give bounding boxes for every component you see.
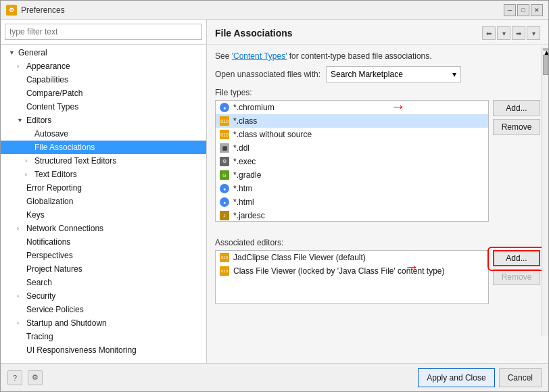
- help-button[interactable]: ?: [7, 370, 22, 385]
- minimize-button[interactable]: ─: [504, 4, 516, 16]
- cancel-button[interactable]: Cancel: [499, 368, 542, 387]
- main-scrollbar[interactable]: ▲: [542, 47, 548, 336]
- sidebar-label: Startup and Shutdown: [26, 318, 107, 328]
- scroll-up-btn[interactable]: ▲: [543, 48, 548, 51]
- open-with-dropdown[interactable]: Search Marketplace ▾: [326, 66, 461, 82]
- sidebar-item-error-reporting[interactable]: Error Reporting: [1, 181, 206, 195]
- expand-icon: ›: [17, 225, 24, 232]
- nav-dropdown2-button[interactable]: ▾: [527, 26, 540, 40]
- sidebar-item-content-types[interactable]: Content Types: [1, 100, 206, 114]
- dropdown-arrow-icon: ▾: [452, 70, 456, 79]
- panel-content: See 'Content Types' for content-type bas…: [207, 45, 548, 363]
- sidebar-label: Tracing: [26, 332, 53, 341]
- open-with-row: Open unassociated files with: Search Mar…: [215, 66, 540, 82]
- scroll-thumb[interactable]: [543, 55, 548, 75]
- window-icon: ⚙: [6, 5, 17, 16]
- assoc-editor-name: JadClipse Class File Viewer (default): [233, 253, 366, 262]
- list-item[interactable]: 010 Class File Viewer (locked by 'Java C…: [216, 264, 488, 278]
- sidebar-label: Error Reporting: [26, 183, 82, 193]
- sidebar-item-capabilities[interactable]: Capabilities: [1, 73, 206, 87]
- expand-icon: ›: [17, 320, 24, 326]
- filter-input[interactable]: [5, 24, 202, 40]
- window-title: Preferences: [21, 5, 500, 15]
- assoc-label: Associated editors:: [215, 238, 540, 247]
- assoc-list-container: 010 JadClipse Class File Viewer (default…: [215, 250, 540, 304]
- list-item[interactable]: ● *.chromium: [216, 101, 488, 114]
- sidebar-label: Structured Text Editors: [34, 156, 116, 166]
- sidebar-item-keys[interactable]: Keys: [1, 208, 206, 222]
- sidebar-label: Security: [26, 291, 55, 301]
- sidebar-item-autosave[interactable]: Autosave: [1, 127, 206, 141]
- sidebar-item-startup-shutdown[interactable]: › Startup and Shutdown: [1, 316, 206, 330]
- sidebar-item-project-natures[interactable]: Project Natures: [1, 262, 206, 276]
- sidebar-label: Perspectives: [26, 251, 73, 260]
- sidebar-item-notifications[interactable]: Notifications: [1, 235, 206, 249]
- assoc-editor-name: Class File Viewer (locked by 'Java Class…: [233, 266, 444, 276]
- sidebar-label: Autosave: [34, 129, 68, 139]
- sidebar-item-compare-patch[interactable]: Compare/Patch: [1, 87, 206, 100]
- sidebar-item-globalization[interactable]: Globalization: [1, 195, 206, 208]
- sidebar-item-file-associations[interactable]: File Associations: [1, 141, 206, 154]
- sidebar-label: Text Editors: [34, 170, 77, 179]
- sidebar-item-search[interactable]: Search: [1, 276, 206, 289]
- sidebar-label: Project Natures: [26, 264, 82, 274]
- sidebar-item-network-connections[interactable]: › Network Connections: [1, 222, 206, 235]
- info-text-after: for content-type based file associations…: [287, 51, 431, 61]
- panel-title: File Associations: [215, 28, 293, 39]
- assoc-section: Associated editors: 010 JadClipse Class …: [215, 238, 540, 304]
- tree-area: ▼ General › Appearance Capabilities Comp…: [1, 45, 206, 363]
- sidebar-label: Keys: [26, 210, 45, 220]
- sidebar-label: UI Responsiveness Monitoring: [26, 345, 137, 355]
- bottom-bar: ? ⚙ Apply and Close Cancel: [1, 363, 548, 391]
- open-with-label: Open unassociated files with:: [215, 70, 320, 79]
- forward-button[interactable]: ➡: [512, 26, 525, 40]
- sidebar-label: Search: [26, 278, 52, 287]
- info-text-before: See: [215, 51, 232, 61]
- settings-button[interactable]: ⚙: [28, 370, 43, 385]
- sidebar-label: Content Types: [26, 102, 78, 112]
- nav-dropdown-button[interactable]: ▾: [497, 26, 510, 40]
- panel-header: File Associations ⬅ ▾ ➡ ▾: [207, 20, 548, 45]
- sidebar: ▼ General › Appearance Capabilities Comp…: [1, 20, 207, 363]
- expand-icon: ›: [17, 293, 24, 299]
- file-types-label: File types:: [215, 88, 540, 97]
- expand-icon: ▼: [17, 117, 24, 124]
- assoc-buttons: Add... Remove: [493, 250, 540, 304]
- dropdown-value: Search Marketplace: [331, 70, 403, 79]
- file-type-name: *.chromium: [233, 103, 274, 112]
- sidebar-item-security[interactable]: › Security: [1, 289, 206, 303]
- maximize-button[interactable]: □: [517, 4, 529, 16]
- sidebar-label: Notifications: [26, 237, 70, 247]
- sidebar-item-tracing[interactable]: Tracing: [1, 330, 206, 343]
- list-item[interactable]: 010 JadClipse Class File Viewer (default…: [216, 251, 488, 264]
- sidebar-item-ui-responsiveness[interactable]: UI Responsiveness Monitoring: [1, 343, 206, 357]
- sidebar-item-editors[interactable]: ▼ Editors: [1, 114, 206, 127]
- sidebar-item-structured-text[interactable]: › Structured Text Editors: [1, 154, 206, 168]
- sidebar-item-appearance[interactable]: › Appearance: [1, 59, 206, 73]
- title-bar: ⚙ Preferences ─ □ ✕: [1, 1, 548, 20]
- info-row: See 'Content Types' for content-type bas…: [215, 51, 540, 61]
- spacer: [215, 121, 540, 232]
- sidebar-item-perspectives[interactable]: Perspectives: [1, 249, 206, 262]
- sidebar-item-text-editors[interactable]: › Text Editors: [1, 168, 206, 181]
- sidebar-label: Service Policies: [26, 305, 84, 314]
- back-button[interactable]: ⬅: [482, 26, 496, 40]
- sidebar-label: Editors: [26, 116, 51, 125]
- sidebar-label: Globalization: [26, 197, 73, 206]
- file-icon-chromium: ●: [220, 103, 229, 112]
- expand-icon: ›: [25, 171, 32, 178]
- sidebar-label: File Associations: [34, 143, 95, 152]
- close-button[interactable]: ✕: [531, 4, 543, 16]
- main-panel: File Associations ⬅ ▾ ➡ ▾ See 'Content T…: [207, 20, 548, 363]
- sidebar-label: Appearance: [26, 62, 70, 71]
- assoc-remove-button[interactable]: Remove: [493, 269, 540, 285]
- apply-close-button[interactable]: Apply and Close: [418, 368, 494, 387]
- content-types-link[interactable]: 'Content Types': [232, 51, 287, 61]
- file-types-add-button[interactable]: Add...: [493, 100, 540, 116]
- sidebar-item-service-policies[interactable]: Service Policies: [1, 303, 206, 316]
- sidebar-item-general[interactable]: ▼ General: [1, 46, 206, 59]
- nav-arrows: ⬅ ▾ ➡ ▾: [482, 26, 540, 40]
- assoc-editors-list[interactable]: 010 JadClipse Class File Viewer (default…: [215, 250, 489, 304]
- assoc-add-button[interactable]: Add...: [493, 250, 540, 266]
- expand-icon: ›: [25, 157, 32, 164]
